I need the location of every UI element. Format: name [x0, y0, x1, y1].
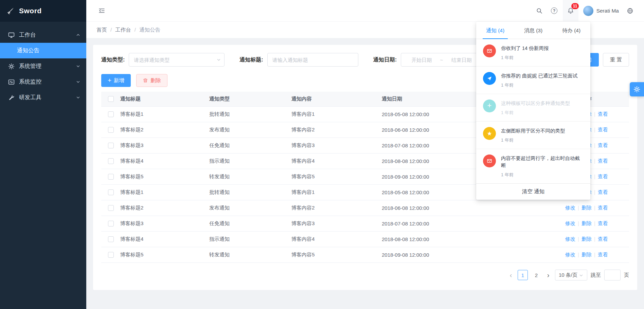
date-range-picker[interactable]: ~ [401, 53, 482, 67]
delete-link[interactable]: 删除 [582, 252, 592, 257]
breadcrumb-home[interactable]: 首页 [96, 26, 107, 34]
row-checkbox[interactable] [108, 127, 114, 133]
view-link[interactable]: 查看 [598, 189, 608, 195]
row-checkbox[interactable] [108, 174, 114, 180]
cell-date: 2018-08-08 12:00:00 [382, 236, 544, 242]
cell-title: 博客标题5 [120, 252, 209, 258]
notification-body: 你收到了 14 份新周报 1 年前 [501, 44, 549, 61]
row-checkbox[interactable] [108, 221, 114, 226]
sidebar-item-notice[interactable]: 通知公告 [0, 43, 86, 58]
delete-link[interactable]: 删除 [582, 205, 592, 211]
tab-messages[interactable]: 消息 (3) [514, 22, 552, 39]
add-button[interactable]: + 新增 [101, 74, 131, 87]
table-row: 博客标题2 发布通知 博客内容2 2018-06-08 12:00:00 修改|… [101, 200, 629, 216]
view-link[interactable]: 查看 [598, 174, 608, 179]
cell-operations: 修改|删除|查看 [544, 236, 629, 242]
notification-bell-icon[interactable]: 11 [563, 0, 578, 22]
tab-notifications[interactable]: 通知 (4) [476, 22, 514, 39]
clear-notifications-button[interactable]: 清空 通知 [476, 184, 590, 200]
type-select-input[interactable] [129, 53, 225, 67]
title-input[interactable] [267, 53, 358, 67]
notification-item[interactable]: 你收到了 14 份新周报 1 年前 [476, 39, 590, 67]
cell-content: 博客内容1 [291, 189, 382, 196]
sidebar-item-system-manage[interactable]: 系统管理 [0, 58, 86, 74]
view-link[interactable]: 查看 [598, 205, 608, 211]
row-checkbox[interactable] [108, 111, 114, 117]
notification-item[interactable]: + 这种模板可以区分多种通知类型 1 年前 [476, 94, 590, 122]
edit-link[interactable]: 修改 [565, 236, 575, 242]
search-icon[interactable] [533, 3, 546, 18]
select-all-checkbox[interactable] [108, 96, 114, 102]
settings-fab-button[interactable] [630, 82, 644, 96]
row-checkbox-cell [101, 189, 120, 195]
cell-type: 任免通知 [209, 142, 291, 149]
start-date-input[interactable] [404, 57, 440, 63]
cell-content: 博客内容4 [291, 236, 382, 242]
row-checkbox[interactable] [108, 252, 114, 258]
link-separator: | [578, 252, 579, 257]
table-row: 博客标题5 转发通知 博客内容5 2018-09-08 12:00:00 修改|… [101, 247, 629, 263]
row-checkbox[interactable] [108, 205, 114, 211]
user-menu[interactable]: Serati Ma [583, 6, 619, 16]
sidebar-item-dev-tools[interactable]: 研发工具 [0, 90, 86, 105]
app-root: Sword 工作台 通知公告 系统管理 [0, 0, 644, 309]
view-link[interactable]: 查看 [598, 252, 608, 257]
delete-link[interactable]: 删除 [582, 236, 592, 242]
edit-link[interactable]: 修改 [565, 252, 575, 257]
tab-todos[interactable]: 待办 (4) [552, 22, 590, 39]
add-button-label: 新增 [114, 77, 124, 84]
row-checkbox[interactable] [108, 236, 114, 242]
cell-title: 博客标题3 [120, 142, 209, 149]
send-icon [483, 72, 496, 85]
link-separator: | [594, 174, 595, 179]
page-number-2[interactable]: 2 [531, 270, 541, 280]
notification-time: 1 年前 [501, 55, 549, 61]
notification-text: 左侧图标用于区分不同的类型 [501, 127, 565, 134]
plus-icon: + [108, 77, 111, 84]
row-checkbox[interactable] [108, 158, 114, 164]
top-header: ? 11 Serati Ma [86, 0, 644, 22]
notification-text: 这种模板可以区分多种通知类型 [501, 99, 570, 107]
view-link[interactable]: 查看 [598, 158, 608, 164]
row-checkbox[interactable] [108, 143, 114, 148]
cell-date: 2018-07-08 12:00:00 [382, 221, 544, 226]
row-checkbox[interactable] [108, 189, 114, 195]
notification-item[interactable]: 你推荐的 曲妮妮 已通过第三轮面试 1 年前 [476, 67, 590, 94]
monitor-icon [8, 32, 15, 38]
view-link[interactable]: 查看 [598, 142, 608, 148]
collapse-sidebar-icon[interactable] [95, 3, 108, 18]
app-logo[interactable]: Sword [0, 0, 86, 22]
row-checkbox-cell [101, 221, 120, 226]
view-link[interactable]: 查看 [598, 236, 608, 242]
view-link[interactable]: 查看 [598, 220, 608, 226]
notification-item[interactable]: ★ 左侧图标用于区分不同的类型 1 年前 [476, 122, 590, 149]
breadcrumb-workbench[interactable]: 工作台 [115, 26, 131, 34]
notification-item[interactable]: 内容不要超过两行字，超出时自动截断 1 年前 [476, 149, 590, 184]
type-select[interactable] [129, 53, 225, 67]
gear-icon [8, 63, 15, 70]
jump-page-input[interactable] [604, 270, 621, 280]
notification-body: 这种模板可以区分多种通知类型 1 年前 [501, 99, 570, 116]
view-link[interactable]: 查看 [598, 111, 608, 117]
page-number-1[interactable]: 1 [518, 270, 528, 280]
view-link[interactable]: 查看 [598, 127, 608, 132]
end-date-input[interactable] [444, 57, 479, 63]
next-page-button[interactable]: › [545, 272, 552, 278]
language-globe-icon[interactable] [624, 3, 637, 18]
edit-link[interactable]: 修改 [565, 220, 575, 226]
link-separator: | [594, 189, 595, 195]
delete-button[interactable]: 删除 [136, 74, 167, 87]
delete-link[interactable]: 删除 [582, 220, 592, 226]
page-size-select[interactable]: 10 条/页 [555, 270, 587, 280]
cell-title: 博客标题3 [120, 220, 209, 227]
edit-link[interactable]: 修改 [565, 205, 575, 211]
help-icon[interactable]: ? [548, 3, 561, 18]
cell-title: 博客标题2 [120, 205, 209, 211]
prev-page-button[interactable]: ‹ [507, 272, 514, 278]
cell-type: 任免通知 [209, 220, 291, 227]
cell-operations: 修改|删除|查看 [544, 252, 629, 258]
sidebar-item-workbench[interactable]: 工作台 [0, 27, 86, 43]
reset-button[interactable]: 重 置 [603, 53, 629, 67]
mail-icon [483, 44, 496, 57]
sidebar-item-system-monitor[interactable]: 系统监控 [0, 74, 86, 90]
